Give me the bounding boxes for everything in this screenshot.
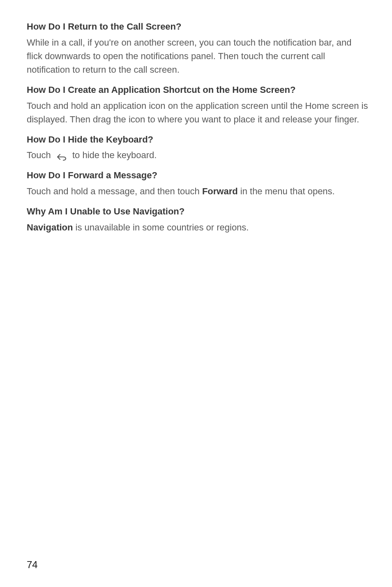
- heading-forward-message: How Do I Forward a Message?: [27, 169, 369, 182]
- back-icon: [56, 151, 67, 159]
- section-navigation: Why Am I Unable to Use Navigation? Navig…: [27, 205, 369, 234]
- heading-shortcut: How Do I Create an Application Shortcut …: [27, 84, 369, 97]
- hide-keyboard-suffix: to hide the keyboard.: [72, 150, 157, 160]
- body-navigation: Navigation is unavailable in some countr…: [27, 221, 369, 234]
- heading-hide-keyboard: How Do I Hide the Keyboard?: [27, 134, 369, 146]
- heading-navigation: Why Am I Unable to Use Navigation?: [27, 205, 369, 218]
- forward-message-prefix: Touch and hold a message, and then touch: [27, 186, 202, 196]
- section-return-call: How Do I Return to the Call Screen? Whil…: [27, 21, 369, 76]
- body-shortcut: Touch and hold an application icon on th…: [27, 99, 369, 126]
- forward-bold: Forward: [202, 186, 238, 196]
- body-hide-keyboard: Touch to hide the keyboard.: [27, 148, 369, 162]
- page-number: 74: [27, 559, 38, 571]
- body-return-call: While in a call, if you're on another sc…: [27, 36, 369, 76]
- navigation-suffix: is unavailable in some countries or regi…: [73, 222, 249, 232]
- section-shortcut: How Do I Create an Application Shortcut …: [27, 84, 369, 126]
- navigation-bold: Navigation: [27, 222, 73, 232]
- section-hide-keyboard: How Do I Hide the Keyboard? Touch to hid…: [27, 134, 369, 162]
- body-forward-message: Touch and hold a message, and then touch…: [27, 184, 369, 198]
- forward-message-suffix: in the menu that opens.: [238, 186, 335, 196]
- heading-return-call: How Do I Return to the Call Screen?: [27, 21, 369, 33]
- hide-keyboard-prefix: Touch: [27, 150, 53, 160]
- section-forward-message: How Do I Forward a Message? Touch and ho…: [27, 169, 369, 198]
